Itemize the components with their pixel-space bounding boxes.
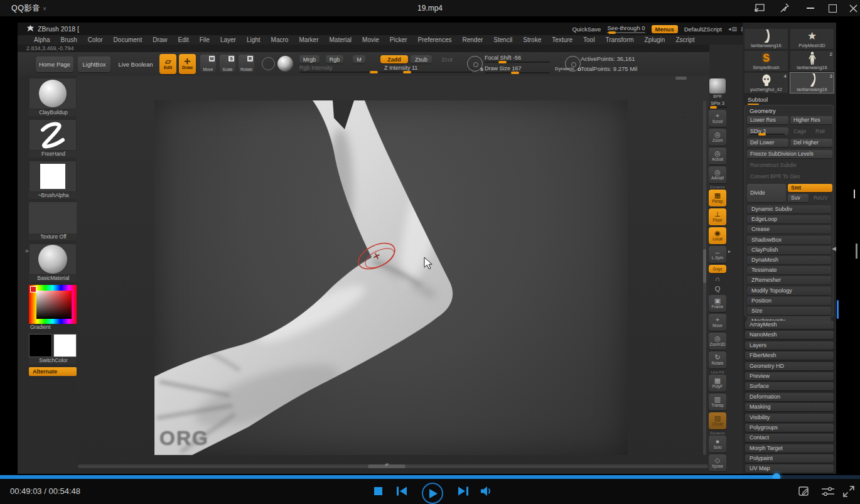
subsection-bar[interactable]: ZRemesher bbox=[747, 276, 831, 284]
strip-button[interactable]: ▨ Ghost bbox=[709, 412, 726, 429]
play-button[interactable] bbox=[422, 483, 443, 504]
tool-thumb-lantianwang16[interactable]: lantianwang16 bbox=[744, 28, 788, 50]
mid-divider-icon[interactable]: ▸ bbox=[728, 249, 731, 254]
rstr-button[interactable]: Rstr bbox=[812, 127, 832, 136]
strip-button[interactable]: ↔ L.Sym bbox=[709, 246, 726, 263]
menu-item[interactable]: Alpha bbox=[34, 36, 50, 43]
strip-button[interactable]: ◎ Zoom3D bbox=[709, 333, 726, 350]
menu-item[interactable]: Edit bbox=[178, 36, 189, 43]
higher-res-button[interactable]: Higher Res bbox=[790, 116, 832, 124]
tool-thumb-yuchenghui42[interactable]: 4 yuchenghui_42 bbox=[744, 72, 788, 94]
stroke-selector[interactable]: FreeHand bbox=[29, 119, 78, 158]
strip-button[interactable]: + Scroll bbox=[709, 110, 726, 127]
menu-item[interactable]: Layer bbox=[220, 36, 236, 43]
primary-color-swatch[interactable] bbox=[29, 334, 52, 357]
menu-item[interactable]: Zscript bbox=[675, 36, 694, 43]
menu-item[interactable]: Texture bbox=[552, 36, 572, 43]
live-boolean-button[interactable]: Live Boolean bbox=[115, 56, 156, 72]
menu-item[interactable]: Light bbox=[247, 36, 261, 43]
section-bar[interactable]: Masking bbox=[745, 403, 834, 411]
draw-size-slider[interactable] bbox=[485, 72, 550, 73]
menu-item[interactable]: Draw bbox=[153, 36, 167, 43]
menu-item[interactable]: Color bbox=[88, 36, 103, 43]
lower-res-button[interactable]: Lower Res bbox=[747, 116, 788, 124]
color-picker[interactable]: Gradient bbox=[29, 285, 78, 331]
geometry-header[interactable]: Geometry bbox=[745, 105, 833, 116]
zsub-button[interactable]: Zsub bbox=[411, 55, 432, 63]
divide-button[interactable]: Divide bbox=[747, 184, 786, 202]
tool-thumb-polymesh3d[interactable]: ★ PolyMesh3D bbox=[790, 28, 834, 50]
subsection-bar[interactable]: Dynamic Subdiv bbox=[747, 205, 831, 213]
menu-item[interactable]: Render bbox=[463, 36, 483, 43]
freeze-subdivision-button[interactable]: Freeze SubDivision Levels bbox=[747, 150, 832, 158]
volume-button[interactable] bbox=[481, 486, 493, 496]
gradient-color-picker-icon[interactable] bbox=[29, 285, 77, 324]
strip-button[interactable]: ◇ Xpose bbox=[709, 454, 726, 471]
strip-button[interactable]: ◎ Zoom bbox=[709, 129, 726, 146]
canvas-hscrollbar[interactable] bbox=[78, 464, 708, 468]
strip-button[interactable]: Dynamic ▦ Persp bbox=[709, 185, 726, 206]
reconstruct-subdiv-button[interactable]: Reconstruct Subdiv bbox=[747, 161, 832, 169]
smt-button[interactable]: Smt bbox=[788, 184, 832, 192]
subsection-bar[interactable]: ShadowBox bbox=[747, 236, 831, 244]
menu-item[interactable]: Transform bbox=[605, 36, 633, 43]
section-bar[interactable]: Contact bbox=[745, 434, 834, 442]
rgb-intensity-slider[interactable] bbox=[299, 72, 380, 73]
left-divider-icon[interactable]: » bbox=[25, 247, 29, 254]
pin-button[interactable] bbox=[776, 0, 795, 16]
menu-item[interactable]: Zplugin bbox=[645, 36, 665, 43]
mini-mode-button[interactable] bbox=[750, 0, 768, 16]
draw-d-icon[interactable]: D bbox=[565, 56, 581, 72]
close-button[interactable] bbox=[844, 0, 860, 16]
home-page-button[interactable]: Home Page bbox=[36, 56, 73, 72]
strip-button[interactable]: ◉ Local bbox=[709, 227, 726, 244]
strip-button[interactable]: ◎ AAHalf bbox=[709, 166, 726, 183]
section-bar[interactable]: Surface bbox=[745, 382, 834, 390]
subsection-bar[interactable]: Size bbox=[747, 307, 831, 315]
menu-item[interactable]: Stroke bbox=[523, 36, 541, 43]
sdiv-slider[interactable]: SDiv 3 bbox=[747, 127, 788, 136]
right-divider-icon[interactable]: ◀ bbox=[832, 245, 836, 252]
quicksave-button[interactable]: QuickSave bbox=[572, 26, 601, 33]
strip-button[interactable]: Line Fill ▦ PolyF bbox=[709, 370, 726, 392]
brush-selector[interactable]: ClayBuildup bbox=[29, 78, 78, 116]
tool-thumb-simplebrush[interactable]: S SimpleBrush bbox=[744, 50, 788, 72]
menu-item[interactable]: Tool bbox=[583, 36, 594, 43]
m-button[interactable]: M bbox=[353, 55, 365, 63]
del-lower-button[interactable]: Del Lower bbox=[747, 139, 788, 147]
section-bar[interactable]: UV Map bbox=[745, 464, 834, 473]
section-bar[interactable]: Morph Target bbox=[745, 444, 834, 453]
mrgb-button[interactable]: Mrgb bbox=[299, 55, 320, 63]
menu-item[interactable]: Brush bbox=[61, 36, 77, 43]
menu-item[interactable]: Preferences bbox=[418, 36, 452, 43]
panel-scrollbar[interactable] bbox=[837, 300, 839, 319]
playlist-settings-button[interactable] bbox=[822, 486, 834, 496]
strip-button[interactable]: ▥ Transp bbox=[709, 394, 726, 410]
see-through-slider[interactable]: See-through 0 bbox=[607, 24, 645, 33]
convert-bpr-button[interactable]: Convert BPR To Geo bbox=[747, 173, 832, 181]
spix-slider[interactable]: SPix 3 bbox=[708, 100, 727, 108]
minimize-button[interactable] bbox=[801, 0, 820, 16]
see-through-nub[interactable] bbox=[608, 31, 616, 34]
edge-handle[interactable] bbox=[856, 244, 857, 259]
strip-button[interactable]: ▣ Frame bbox=[709, 295, 726, 312]
strip-button[interactable]: ◎ Actual bbox=[709, 147, 726, 164]
menu-item[interactable]: Document bbox=[114, 36, 142, 43]
stop-button[interactable] bbox=[374, 487, 382, 495]
fullscreen-button[interactable] bbox=[843, 486, 854, 497]
document-viewport[interactable]: ORG bbox=[154, 100, 628, 455]
zcut-button[interactable]: Zcut bbox=[437, 55, 457, 63]
subsection-bar[interactable]: Position bbox=[747, 297, 831, 305]
canvas-vscrollbar[interactable] bbox=[703, 100, 706, 455]
snapshot-button[interactable] bbox=[798, 486, 810, 497]
tool-thumb-lantianwang16-2[interactable]: 2 lantianwang16 bbox=[790, 50, 834, 72]
draw-button[interactable]: ✛Draw bbox=[179, 54, 196, 74]
lightbox-button[interactable]: LightBox bbox=[78, 56, 110, 72]
next-button[interactable] bbox=[458, 486, 469, 496]
section-bar[interactable]: Preview bbox=[745, 372, 834, 380]
menu-item[interactable]: Movie bbox=[362, 36, 379, 43]
section-bar[interactable]: Geometry HD bbox=[745, 362, 834, 370]
subsection-bar[interactable]: Modify Topology bbox=[747, 287, 831, 295]
tool-thumb-lantianwang16-3[interactable]: 3 lantianwang16 bbox=[790, 72, 834, 94]
cage-button[interactable]: Cage bbox=[790, 127, 811, 136]
